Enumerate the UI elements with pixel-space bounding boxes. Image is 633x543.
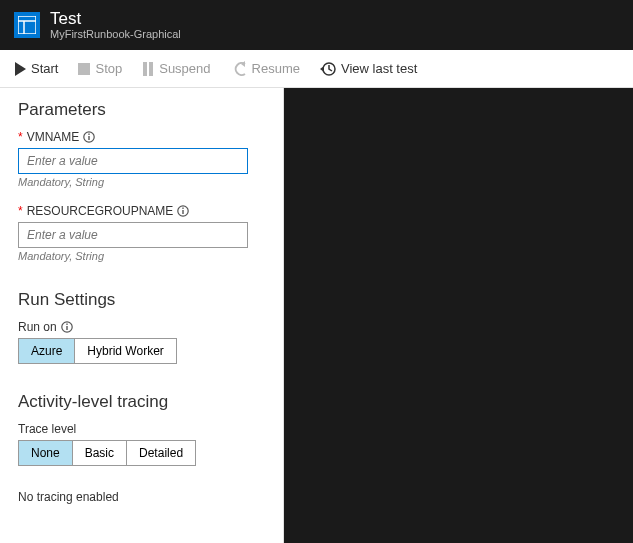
resume-icon xyxy=(231,61,247,77)
view-last-test-button[interactable]: View last test xyxy=(320,61,417,77)
suspend-label: Suspend xyxy=(159,61,210,76)
svg-rect-17 xyxy=(66,326,67,330)
start-button[interactable]: Start xyxy=(14,61,58,76)
run-settings-heading: Run Settings xyxy=(18,290,265,310)
trace-basic[interactable]: Basic xyxy=(73,441,127,465)
info-icon[interactable] xyxy=(61,321,73,333)
pause-icon xyxy=(142,62,154,76)
svg-rect-15 xyxy=(183,208,184,209)
play-icon xyxy=(14,62,26,76)
stop-button: Stop xyxy=(78,61,122,76)
run-on-label-text: Run on xyxy=(18,320,57,334)
tracing-message: No tracing enabled xyxy=(18,490,265,504)
stop-label: Stop xyxy=(95,61,122,76)
resume-button: Resume xyxy=(231,61,300,77)
parameters-heading: Parameters xyxy=(18,100,265,120)
required-mark: * xyxy=(18,204,23,218)
trace-level-label: Trace level xyxy=(18,422,265,436)
info-icon[interactable] xyxy=(177,205,189,217)
svg-rect-18 xyxy=(66,324,67,325)
blade-header: Test MyFirstRunbook-Graphical xyxy=(0,0,633,50)
resourcegroupname-input[interactable] xyxy=(18,222,248,248)
required-mark: * xyxy=(18,130,23,144)
svg-rect-4 xyxy=(78,63,90,75)
trace-detailed[interactable]: Detailed xyxy=(127,441,195,465)
trace-none[interactable]: None xyxy=(19,441,73,465)
svg-rect-0 xyxy=(18,16,36,34)
vmname-label-text: VMNAME xyxy=(27,130,80,144)
page-title: Test xyxy=(50,10,181,29)
resourcegroupname-hint: Mandatory, String xyxy=(18,250,265,262)
resourcegroupname-label-text: RESOURCEGROUPNAME xyxy=(27,204,174,218)
svg-rect-12 xyxy=(89,134,90,135)
svg-rect-5 xyxy=(143,62,147,76)
trace-level-label-text: Trace level xyxy=(18,422,76,436)
trace-level-selector: None Basic Detailed xyxy=(18,440,196,466)
history-icon xyxy=(320,61,336,77)
blade-icon xyxy=(14,12,40,38)
run-on-azure[interactable]: Azure xyxy=(19,339,75,363)
toolbar: Start Stop Suspend Resume View last test xyxy=(0,50,633,88)
vmname-hint: Mandatory, String xyxy=(18,176,265,188)
run-on-selector: Azure Hybrid Worker xyxy=(18,338,177,364)
svg-rect-6 xyxy=(149,62,153,76)
page-subtitle: MyFirstRunbook-Graphical xyxy=(50,28,181,40)
content-area: Parameters * VMNAME Mandatory, String * … xyxy=(0,88,633,543)
svg-marker-7 xyxy=(241,61,245,67)
start-label: Start xyxy=(31,61,58,76)
resourcegroupname-label: * RESOURCEGROUPNAME xyxy=(18,204,265,218)
run-on-hybrid[interactable]: Hybrid Worker xyxy=(75,339,175,363)
suspend-button: Suspend xyxy=(142,61,210,76)
settings-panel: Parameters * VMNAME Mandatory, String * … xyxy=(0,88,284,543)
view-last-test-label: View last test xyxy=(341,61,417,76)
output-pane xyxy=(284,88,633,543)
svg-marker-9 xyxy=(320,66,324,72)
stop-icon xyxy=(78,63,90,75)
svg-marker-3 xyxy=(15,62,26,76)
vmname-input[interactable] xyxy=(18,148,248,174)
svg-rect-14 xyxy=(183,210,184,214)
vmname-label: * VMNAME xyxy=(18,130,265,144)
svg-rect-11 xyxy=(89,136,90,140)
tracing-heading: Activity-level tracing xyxy=(18,392,265,412)
info-icon[interactable] xyxy=(83,131,95,143)
run-on-label: Run on xyxy=(18,320,265,334)
resume-label: Resume xyxy=(252,61,300,76)
